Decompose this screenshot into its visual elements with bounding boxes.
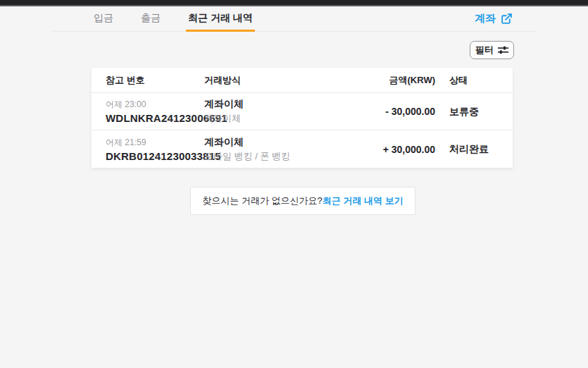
transaction-amount: - 30,000.00 [385,106,435,117]
notice-question: 찾으시는 거래가 없으신가요? [202,195,322,207]
header-reference-number: 참고 번호 [92,74,204,87]
transaction-time: 어제 21:59 [106,137,204,149]
table-row[interactable]: 어제 21:59 DKRB01241230033815 계좌이체 모바일 뱅킹 … [92,130,513,168]
account-link[interactable]: 계좌 [475,6,513,30]
transaction-method-detail: 모바일 뱅킹 / 폰 뱅킹 [204,150,330,163]
amount-cell: - 30,000.00 [330,105,435,118]
reference-cell: 어제 23:00 WDLNKRA24123006691 [92,99,204,124]
table-row[interactable]: 어제 23:00 WDLNKRA24123006691 계좌이체 계좌이체 - … [92,93,513,130]
transaction-amount: + 30,000.00 [383,144,435,155]
tab-withdrawal[interactable]: 출금 [139,6,163,32]
transaction-method: 계좌이체 [204,98,330,111]
top-bar [0,0,588,6]
sliders-icon [498,45,508,55]
reference-number: WDLNKRA24123006691 [106,112,204,124]
tab-bar: 입금 출금 최근 거래 내역 계좌 [0,6,588,32]
method-cell: 계좌이체 모바일 뱅킹 / 폰 뱅킹 [204,136,330,163]
transactions-table: 참고 번호 거래방식 금액(KRW) 상태 어제 23:00 WDLNKRA24… [92,68,513,168]
account-link-label: 계좌 [475,12,496,25]
notice-box: 찾으시는 거래가 없으신가요?최근 거래 내역 보기 [190,187,415,215]
transaction-time: 어제 23:00 [106,99,204,111]
header-transaction-method: 거래방식 [204,74,330,87]
status-cell: 처리완료 [435,142,513,156]
transaction-method-detail: 계좌이체 [204,112,330,125]
table-header-row: 참고 번호 거래방식 금액(KRW) 상태 [92,68,513,93]
status-badge: 보류중 [449,106,479,117]
amount-cell: + 30,000.00 [330,143,435,156]
header-amount-krw: 금액(KRW) [330,74,435,87]
reference-number: DKRB01241230033815 [106,150,204,162]
tab-deposit[interactable]: 입금 [92,6,115,32]
method-cell: 계좌이체 계좌이체 [204,98,330,125]
reference-cell: 어제 21:59 DKRB01241230033815 [92,137,204,162]
filter-button[interactable]: 필터 [470,41,514,59]
recent-transactions-link[interactable]: 최근 거래 내역 보기 [323,195,404,207]
header-status: 상태 [435,74,513,87]
tabs: 입금 출금 최근 거래 내역 [92,6,255,32]
status-cell: 보류중 [435,105,513,118]
external-link-icon [501,13,513,25]
transaction-method: 계좌이체 [204,136,330,149]
tab-recent-transactions[interactable]: 최근 거래 내역 [186,6,255,32]
status-badge: 처리완료 [449,143,489,154]
filter-button-label: 필터 [475,44,494,56]
